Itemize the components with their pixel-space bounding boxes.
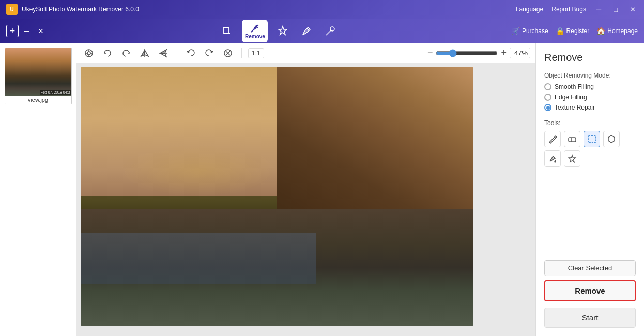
remove-tool-label: Remove xyxy=(245,34,265,39)
report-bugs-link[interactable]: Report Bugs xyxy=(551,6,586,13)
svg-marker-10 xyxy=(160,50,166,53)
svg-rect-16 xyxy=(569,138,576,142)
register-button[interactable]: 🔒 Register xyxy=(556,27,590,35)
svg-point-2 xyxy=(87,52,90,55)
texture-repair-radio[interactable] xyxy=(544,104,551,111)
minimize-window-button[interactable]: ─ xyxy=(22,26,32,36)
flip-h-button[interactable] xyxy=(137,46,152,60)
window-controls: + ─ ✕ xyxy=(6,25,47,37)
smooth-filling-option[interactable]: Smooth Filling xyxy=(544,83,636,90)
svg-point-0 xyxy=(330,27,334,31)
minimize-button[interactable]: ─ xyxy=(594,6,603,13)
mode-section-label: Object Removing Mode: xyxy=(544,72,636,79)
eraser-tool-button[interactable] xyxy=(564,131,580,147)
title-bar-right: Language Report Bugs ─ □ ✕ xyxy=(516,6,638,13)
undo-button[interactable] xyxy=(183,46,198,60)
zoom-percentage: 47% xyxy=(510,48,530,58)
pen-tool-button[interactable] xyxy=(544,131,561,147)
close-window-button[interactable]: ✕ xyxy=(35,26,47,36)
toolbar-separator-1 xyxy=(177,48,177,58)
mode-radio-group: Smooth Filling Edge Filling Texture Repa… xyxy=(544,83,636,111)
purchase-label: Purchase xyxy=(522,27,548,35)
grid-button[interactable] xyxy=(82,46,96,60)
tools-row xyxy=(544,131,636,167)
homepage-label: Homepage xyxy=(607,27,638,35)
clear-canvas-button[interactable] xyxy=(221,46,235,60)
watermark-tool-button[interactable] xyxy=(274,22,292,40)
right-panel: Remove Object Removing Mode: Smooth Fill… xyxy=(535,43,644,336)
register-label: Register xyxy=(566,27,590,35)
thumbnail-date: Feb 07, 2018 04:3 xyxy=(40,90,71,95)
edge-filling-label: Edge Filling xyxy=(555,94,587,101)
zoom-out-button[interactable]: − xyxy=(427,48,433,58)
homepage-button[interactable]: 🏠 Homepage xyxy=(596,27,638,35)
language-link[interactable]: Language xyxy=(516,6,543,13)
canvas-area: 1:1 − + 47% xyxy=(76,43,535,336)
main-content: Feb 07, 2018 04:3 view.jpg xyxy=(0,43,644,336)
svg-marker-11 xyxy=(160,53,166,57)
purchase-button[interactable]: 🛒 Purchase xyxy=(511,27,548,35)
canvas-viewport[interactable] xyxy=(76,63,535,336)
thumbnail-image: Feb 07, 2018 04:3 xyxy=(5,48,72,96)
svg-marker-19 xyxy=(608,135,615,143)
rect-select-button[interactable] xyxy=(584,131,600,147)
close-button[interactable]: ✕ xyxy=(628,6,638,13)
panel-title: Remove xyxy=(544,52,636,64)
main-toolbar: + ─ ✕ Remove xyxy=(0,19,644,43)
maximize-button[interactable]: □ xyxy=(611,6,620,13)
main-image xyxy=(81,67,473,326)
smooth-filling-radio[interactable] xyxy=(544,83,551,90)
app-icon: U xyxy=(6,4,18,15)
redo-button[interactable] xyxy=(202,46,217,60)
remove-tool-button[interactable]: Remove xyxy=(242,20,268,42)
lasso-tool-button[interactable] xyxy=(603,131,620,147)
rotate-cw-outer-button[interactable] xyxy=(119,46,133,60)
title-bar-left: U UkeySoft Photo Watermark Remover 6.0.0 xyxy=(6,4,139,15)
fill-tool-button[interactable] xyxy=(544,150,561,167)
edge-filling-option[interactable]: Edge Filling xyxy=(544,94,636,101)
edge-filling-radio[interactable] xyxy=(544,94,551,101)
svg-rect-18 xyxy=(588,135,595,143)
svg-marker-7 xyxy=(141,50,145,56)
image-toolbar: 1:1 − + 47% xyxy=(76,43,535,63)
clear-selected-button[interactable]: Clear Selected xyxy=(544,260,636,276)
star-tool-button[interactable] xyxy=(564,150,580,167)
rotate-ccw-outer-button[interactable] xyxy=(100,46,115,60)
file-sidebar: Feb 07, 2018 04:3 view.jpg xyxy=(0,43,76,336)
panel-spacer xyxy=(544,175,636,260)
title-bar: U UkeySoft Photo Watermark Remover 6.0.0… xyxy=(0,0,644,19)
zoom-slider[interactable] xyxy=(436,49,498,57)
start-button[interactable]: Start xyxy=(544,308,636,328)
add-file-button[interactable]: + xyxy=(6,25,19,37)
tools-section-label: Tools: xyxy=(544,119,636,127)
purchase-bar: 🛒 Purchase 🔒 Register 🏠 Homepage xyxy=(511,27,638,35)
brush-tool-button[interactable] xyxy=(298,22,315,40)
flip-v-button[interactable] xyxy=(156,46,171,60)
svg-marker-8 xyxy=(145,50,148,56)
smooth-filling-label: Smooth Filling xyxy=(555,83,594,90)
remove-button[interactable]: Remove xyxy=(544,280,636,301)
wand-tool-button[interactable] xyxy=(321,22,339,40)
toolbar-separator-2 xyxy=(241,48,242,58)
zoom-controls: − + 47% xyxy=(427,48,530,58)
zoom-in-button[interactable]: + xyxy=(501,48,507,58)
thumbnail-filename: view.jpg xyxy=(5,96,71,104)
thumbnail-item[interactable]: Feb 07, 2018 04:3 view.jpg xyxy=(5,48,72,104)
texture-repair-label: Texture Repair xyxy=(555,104,595,111)
crop-tool-button[interactable] xyxy=(218,22,236,40)
texture-repair-option[interactable]: Texture Repair xyxy=(544,104,636,111)
app-title: UkeySoft Photo Watermark Remover 6.0.0 xyxy=(22,6,139,13)
zoom-1to1-button[interactable]: 1:1 xyxy=(248,48,264,58)
